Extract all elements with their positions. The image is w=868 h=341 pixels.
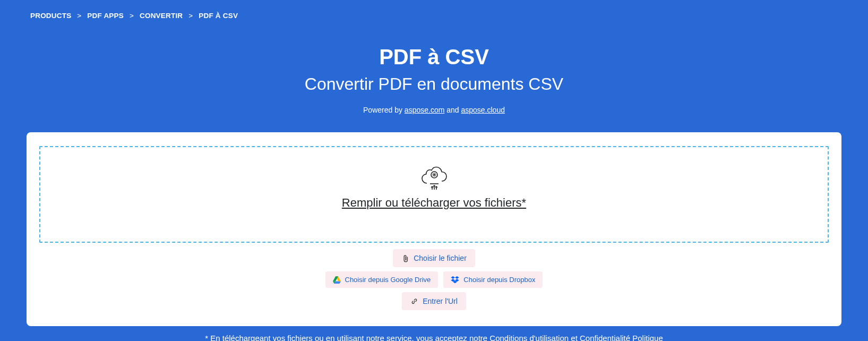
- enter-url-label: Entrer l'Url: [423, 297, 458, 305]
- dropbox-label: Choisir depuis Dropbox: [463, 276, 535, 284]
- breadcrumb-pdf-apps[interactable]: PDF APPS: [87, 12, 124, 20]
- upload-buttons: Choisir le fichier Choisir depuis Google…: [39, 249, 829, 310]
- upload-panel: Remplir ou télécharger vos fichiers* Cho…: [27, 132, 841, 326]
- hero: PDF à CSV Convertir PDF en documents CSV…: [0, 20, 868, 132]
- powered-by: Powered by aspose.com and aspose.cloud: [11, 106, 857, 114]
- privacy-link[interactable]: Confidentialité Politique: [580, 334, 663, 341]
- dropbox-button[interactable]: Choisir depuis Dropbox: [443, 271, 543, 288]
- disclaimer-and: et: [569, 334, 580, 341]
- attachment-icon: [401, 254, 409, 262]
- disclaimer: * En téléchargeant vos fichiers ou en ut…: [0, 334, 868, 341]
- powered-prefix: Powered by: [363, 106, 405, 114]
- choose-file-label: Choisir le fichier: [414, 254, 467, 262]
- powered-link-aspose-com[interactable]: aspose.com: [405, 106, 444, 114]
- google-drive-label: Choisir depuis Google Drive: [345, 276, 431, 284]
- page-subtitle: Convertir PDF en documents CSV: [11, 74, 857, 94]
- breadcrumb: PRODUCTS > PDF APPS > CONVERTIR > PDF À …: [0, 0, 868, 20]
- powered-link-aspose-cloud[interactable]: aspose.cloud: [461, 106, 505, 114]
- page-title: PDF à CSV: [11, 45, 857, 69]
- choose-file-button[interactable]: Choisir le fichier: [393, 249, 475, 267]
- powered-and: and: [444, 106, 461, 114]
- dropbox-icon: [451, 276, 459, 284]
- cloud-upload-icon: [420, 166, 448, 191]
- dropzone-label: Remplir ou télécharger vos fichiers*: [51, 196, 817, 210]
- breadcrumb-sep: >: [188, 12, 193, 20]
- breadcrumb-sep: >: [130, 12, 134, 20]
- terms-link[interactable]: Conditions d'utilisation: [489, 334, 569, 341]
- google-drive-button[interactable]: Choisir depuis Google Drive: [325, 271, 439, 288]
- link-icon: [410, 297, 418, 305]
- breadcrumb-current: PDF À CSV: [199, 12, 238, 20]
- google-drive-icon: [333, 276, 341, 284]
- dropzone[interactable]: Remplir ou télécharger vos fichiers*: [39, 146, 829, 243]
- enter-url-button[interactable]: Entrer l'Url: [402, 292, 466, 310]
- breadcrumb-convertir[interactable]: CONVERTIR: [140, 12, 183, 20]
- breadcrumb-products[interactable]: PRODUCTS: [30, 12, 71, 20]
- disclaimer-prefix: * En téléchargeant vos fichiers ou en ut…: [205, 334, 489, 341]
- breadcrumb-sep: >: [77, 12, 81, 20]
